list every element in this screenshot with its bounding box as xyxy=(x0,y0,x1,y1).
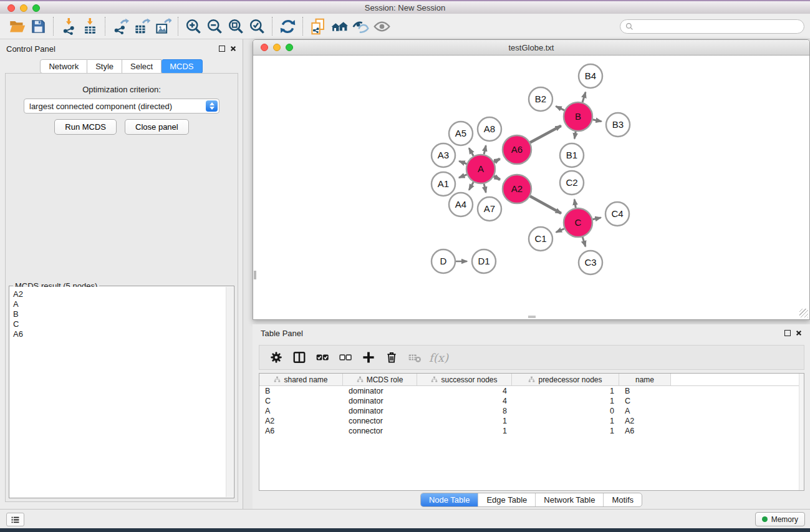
net-zoom-icon[interactable] xyxy=(286,44,293,51)
tab-network[interactable]: Network xyxy=(40,59,87,74)
export-image-button[interactable] xyxy=(152,16,173,36)
result-item[interactable]: C xyxy=(10,319,226,329)
graph-node-A6[interactable]: A6 xyxy=(503,135,531,164)
graph-node-B1[interactable]: B1 xyxy=(560,143,584,167)
graph-node-C4[interactable]: C4 xyxy=(605,202,629,226)
tab-style[interactable]: Style xyxy=(87,59,122,74)
minimize-window-icon[interactable] xyxy=(20,4,27,12)
graph-edge-A2-C[interactable] xyxy=(530,196,561,213)
deselect-all-checkboxes-button[interactable] xyxy=(335,347,355,367)
search-input[interactable] xyxy=(634,22,804,31)
delete-column-button[interactable] xyxy=(381,347,402,367)
open-file-button[interactable] xyxy=(6,16,27,36)
save-session-button[interactable] xyxy=(27,16,49,36)
graph-edge-A-A1[interactable] xyxy=(459,175,467,178)
table-row[interactable]: A6connector11A6 xyxy=(259,426,804,436)
column-header-predecessor-nodes[interactable]: predecessor nodes xyxy=(512,374,619,386)
export-network-button[interactable] xyxy=(110,16,131,36)
result-scrollbar[interactable] xyxy=(226,287,233,497)
net-minimize-icon[interactable] xyxy=(273,44,281,51)
graph-edge-C-C3[interactable] xyxy=(582,237,586,246)
graph-node-A1[interactable]: A1 xyxy=(432,172,455,196)
close-panel-icon[interactable] xyxy=(230,46,236,52)
graph-node-A8[interactable]: A8 xyxy=(478,117,501,141)
graph-node-C2[interactable]: C2 xyxy=(560,171,584,195)
tab-node-table[interactable]: Node Table xyxy=(421,493,478,506)
table-row[interactable]: Cdominator41C xyxy=(259,396,804,406)
graph-edge-A-A7[interactable] xyxy=(484,183,486,192)
run-mcds-button[interactable]: Run MCDS xyxy=(54,119,117,135)
import-table-button[interactable] xyxy=(79,16,100,36)
network-graph[interactable]: B4B2BB3A8A5A6A3B1AC2A1A2A4A7C4CC1DD1C3 xyxy=(254,56,809,319)
result-item[interactable]: A6 xyxy=(10,329,226,339)
resize-grip[interactable] xyxy=(799,309,808,317)
graph-edge-C-C1[interactable] xyxy=(556,229,564,233)
table-row[interactable]: Adominator80A xyxy=(259,406,804,416)
graph-node-B3[interactable]: B3 xyxy=(606,113,630,137)
graph-edge-A-A4[interactable] xyxy=(469,182,473,190)
zoom-fit-button[interactable] xyxy=(225,16,246,36)
tab-motifs[interactable]: Motifs xyxy=(603,493,642,506)
graph-edge-C-C4[interactable] xyxy=(592,218,600,220)
graph-edge-A-A3[interactable] xyxy=(459,161,466,163)
graph-edge-A-A6[interactable] xyxy=(494,159,499,162)
tab-mcds[interactable]: MCDS xyxy=(162,59,202,74)
show-hide-graphics-button[interactable] xyxy=(371,16,392,36)
zoom-in-button[interactable] xyxy=(183,16,204,36)
result-item[interactable]: A xyxy=(10,299,226,309)
zoom-selected-button[interactable] xyxy=(246,16,268,36)
refresh-network-button[interactable] xyxy=(277,16,298,36)
graph-edge-A-A8[interactable] xyxy=(484,145,486,154)
graph-node-A[interactable]: A xyxy=(466,155,495,183)
split-columns-button[interactable] xyxy=(289,347,309,367)
column-header-name[interactable]: name xyxy=(619,374,671,386)
graph-edge-B-B3[interactable] xyxy=(593,120,602,122)
graph-edge-A-A5[interactable] xyxy=(469,148,473,157)
column-header-MCDS-role[interactable]: MCDS role xyxy=(343,374,417,386)
float-panel-icon[interactable] xyxy=(219,46,225,52)
graph-node-A2[interactable]: A2 xyxy=(503,175,531,203)
float-table-panel-icon[interactable] xyxy=(784,330,791,336)
tab-edge-table[interactable]: Edge Table xyxy=(478,493,535,506)
graph-node-C3[interactable]: C3 xyxy=(579,251,602,274)
graph-node-A3[interactable]: A3 xyxy=(432,143,455,167)
close-panel-button[interactable]: Close panel xyxy=(125,119,189,135)
tab-network-table[interactable]: Network Table xyxy=(535,493,603,506)
zoom-out-button[interactable] xyxy=(204,16,225,36)
column-header-shared-name[interactable]: shared name xyxy=(259,374,343,386)
vertical-scroll-thumb[interactable] xyxy=(254,271,256,279)
network-canvas[interactable]: B4B2BB3A8A5A6A3B1AC2A1A2A4A7C4CC1DD1C3 xyxy=(254,56,809,318)
graph-node-A7[interactable]: A7 xyxy=(478,197,501,221)
gear-button[interactable] xyxy=(266,347,286,367)
tab-select[interactable]: Select xyxy=(122,59,162,74)
graph-node-A5[interactable]: A5 xyxy=(449,122,473,145)
search-box[interactable] xyxy=(620,19,804,34)
graph-edge-B-B1[interactable] xyxy=(574,132,576,139)
graph-edge-A6-B[interactable] xyxy=(530,126,561,143)
graph-node-B[interactable]: B xyxy=(564,102,592,131)
net-close-icon[interactable] xyxy=(261,44,268,51)
graph-node-D1[interactable]: D1 xyxy=(472,249,496,273)
result-item[interactable]: A2 xyxy=(10,289,226,299)
graph-node-C[interactable]: C xyxy=(564,208,592,237)
memory-button[interactable]: Memory xyxy=(755,512,805,526)
graph-node-A4[interactable]: A4 xyxy=(449,193,473,216)
style-preview-button[interactable] xyxy=(350,16,371,36)
table-row[interactable]: A2connector11A2 xyxy=(259,416,804,426)
close-window-icon[interactable] xyxy=(7,4,15,12)
import-network-button[interactable] xyxy=(58,16,79,36)
table-scrollbar[interactable] xyxy=(799,374,804,490)
graph-node-B4[interactable]: B4 xyxy=(579,64,602,88)
criterion-select[interactable]: largest connected component (directed) xyxy=(24,99,219,114)
graph-edge-B-B2[interactable] xyxy=(556,106,564,110)
select-all-checkboxes-button[interactable] xyxy=(312,347,332,367)
table-row[interactable]: Bdominator41B xyxy=(259,386,804,396)
graph-node-B2[interactable]: B2 xyxy=(529,87,552,111)
network-window-titlebar[interactable]: testGlobe.txt xyxy=(253,40,809,56)
home-view-button[interactable] xyxy=(329,16,350,36)
add-column-button[interactable] xyxy=(358,347,378,367)
zoom-window-icon[interactable] xyxy=(32,4,40,12)
column-header-successor-nodes[interactable]: successor nodes xyxy=(417,374,512,386)
result-item[interactable]: B xyxy=(10,309,226,319)
graph-edge-B-B4[interactable] xyxy=(582,92,586,102)
